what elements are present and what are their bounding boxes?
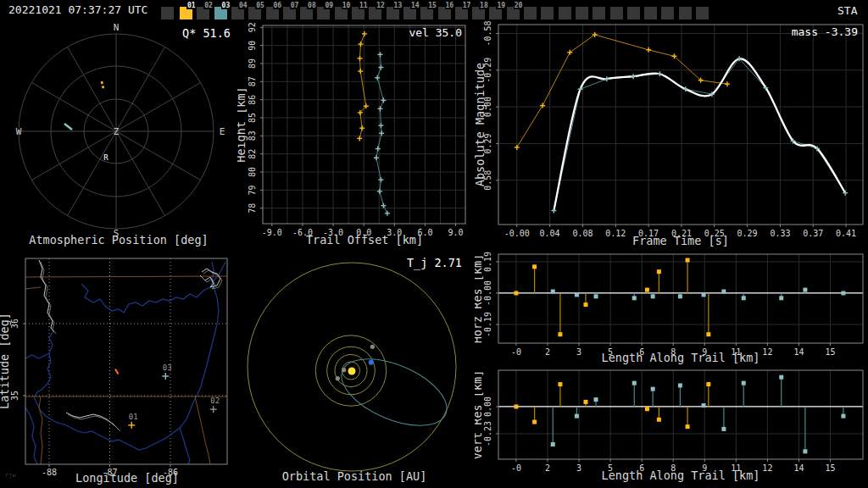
svg-text:2: 2	[545, 463, 550, 473]
atmospheric-position-panel: NSWEZRQ* 51.6Atmospheric Position [deg]	[8, 21, 237, 254]
station-tab-blank[interactable]	[593, 7, 605, 19]
svg-text:0.04: 0.04	[540, 229, 560, 238]
station-tab-blank[interactable]	[644, 7, 657, 19]
station-tab-label: 09	[324, 2, 334, 9]
station-tab-11[interactable]: 11	[352, 7, 364, 19]
vertical-residuals-panel: -0235689111214150.00-0.23Length Along Tr…	[475, 364, 868, 488]
svg-text:14: 14	[793, 463, 804, 473]
station-tab-blank[interactable]	[559, 7, 571, 19]
svg-text:0.29: 0.29	[737, 229, 758, 238]
station-tab-label: 01	[186, 2, 197, 9]
svg-text:9.0: 9.0	[448, 228, 464, 237]
station-tab-15[interactable]: 15	[420, 7, 433, 19]
station-tab-label: 13	[393, 2, 403, 9]
svg-text:Absolute Magnitude: Absolute Magnitude	[475, 63, 487, 186]
svg-text:86: 86	[248, 95, 257, 105]
station-tab-blank[interactable]	[661, 7, 674, 19]
station-tab-label: 11	[359, 2, 369, 9]
svg-text:-88: -88	[42, 468, 57, 477]
station-tab-blank[interactable]	[576, 7, 588, 19]
svg-text:Q* 51.6: Q* 51.6	[182, 26, 231, 40]
horizontal-residuals-panel: -0235689111214150.19-0.00-0.19Length Alo…	[475, 250, 868, 373]
station-tab-04[interactable]: 04	[231, 7, 244, 19]
svg-text:E: E	[220, 126, 225, 137]
svg-text:92: 92	[248, 22, 257, 32]
station-tab-label: 05	[255, 2, 265, 9]
svg-text:35: 35	[10, 391, 19, 401]
station-tab-blank[interactable]	[161, 7, 174, 19]
svg-text:Trail Offset [km]: Trail Offset [km]	[306, 233, 423, 247]
svg-text:Length Along Trail [km]: Length Along Trail [km]	[602, 469, 760, 482]
station-tab-12[interactable]: 12	[369, 7, 381, 19]
station-tab-03[interactable]: 03	[214, 7, 227, 19]
station-tab-13[interactable]: 13	[387, 7, 399, 19]
svg-text:Z: Z	[114, 126, 120, 137]
svg-text:03: 03	[163, 363, 172, 372]
svg-text:0.00: 0.00	[483, 396, 492, 417]
station-tab-17[interactable]: 17	[455, 7, 468, 19]
station-tab-07[interactable]: 07	[283, 7, 296, 19]
station-tab-label: 18	[479, 2, 489, 9]
svg-text:0.37: 0.37	[803, 229, 823, 238]
svg-text:0.08: 0.08	[572, 229, 593, 238]
station-tab-02[interactable]: 02	[197, 7, 209, 19]
station-tab-label: 08	[307, 2, 317, 9]
station-tab-10[interactable]: 10	[335, 7, 348, 19]
orbital-position-panel: T_j 2.71Orbital Position [AU]	[237, 250, 475, 488]
svg-text:02: 02	[210, 396, 220, 405]
station-tab-label: 15	[427, 2, 437, 9]
svg-text:0.41: 0.41	[836, 229, 856, 238]
svg-text:89: 89	[248, 58, 257, 69]
svg-text:0.12: 0.12	[605, 229, 626, 238]
svg-text:Height [km]: Height [km]	[237, 86, 248, 162]
svg-text:15: 15	[825, 463, 835, 473]
station-tab-blank[interactable]	[696, 7, 709, 19]
svg-text:-0: -0	[511, 347, 521, 357]
station-tab-08[interactable]: 08	[300, 7, 313, 19]
station-tab-14[interactable]: 14	[403, 7, 416, 19]
svg-text:W: W	[16, 126, 22, 137]
station-tab-label: 19	[496, 2, 506, 9]
station-tab-blank[interactable]	[524, 7, 537, 19]
station-tab-blank[interactable]	[541, 7, 554, 19]
svg-text:3: 3	[576, 463, 581, 473]
station-tab-blank[interactable]	[627, 7, 640, 19]
station-tab-01[interactable]: 01	[180, 7, 192, 19]
station-tab-label: 20	[514, 2, 524, 9]
svg-text:85: 85	[248, 113, 257, 123]
svg-text:79: 79	[248, 185, 257, 195]
station-tab-05[interactable]: 05	[248, 7, 261, 19]
watermark-text: rjw	[5, 472, 16, 479]
svg-text:-0.23: -0.23	[483, 421, 492, 446]
station-tab-label: 06	[273, 2, 283, 9]
svg-text:Atmospheric Position [deg]: Atmospheric Position [deg]	[29, 233, 208, 247]
station-tab-06[interactable]: 06	[266, 7, 279, 19]
station-tab-16[interactable]: 16	[438, 7, 451, 19]
svg-text:14: 14	[793, 347, 804, 357]
ground-map-panel: 010203-88-87-863635Longitude [deg]Latitu…	[0, 250, 237, 488]
station-tab-blank[interactable]	[610, 7, 623, 19]
svg-text:83: 83	[248, 130, 257, 141]
svg-text:82: 82	[248, 149, 257, 159]
station-tab-19[interactable]: 19	[489, 7, 502, 19]
svg-text:01: 01	[129, 413, 138, 421]
svg-text:-9.0: -9.0	[262, 228, 282, 237]
svg-text:0.33: 0.33	[770, 229, 790, 238]
svg-text:vel 35.0: vel 35.0	[409, 26, 462, 39]
svg-text:Frame Time [s]: Frame Time [s]	[632, 234, 729, 247]
station-tab-09[interactable]: 09	[317, 7, 330, 19]
timestamp: 20221021 07:37:27 UTC	[8, 3, 147, 16]
svg-text:N: N	[114, 22, 120, 33]
svg-text:-0: -0	[511, 463, 521, 473]
station-tab-20[interactable]: 20	[507, 7, 520, 19]
app-window: 20221021 07:37:27 UTC 010203040506070809…	[0, 0, 868, 488]
svg-text:-0.00: -0.00	[504, 229, 530, 238]
svg-text:Latitude [deg]: Latitude [deg]	[0, 313, 11, 409]
light-curve-panel: -0.000.040.080.120.170.210.250.290.330.3…	[475, 21, 868, 250]
station-tab-label: 02	[203, 2, 214, 9]
svg-text:36: 36	[10, 319, 19, 329]
svg-text:15: 15	[825, 347, 835, 357]
station-tab-blank[interactable]	[679, 7, 692, 19]
station-tab-18[interactable]: 18	[472, 7, 485, 19]
station-tab-label: 12	[376, 2, 386, 9]
